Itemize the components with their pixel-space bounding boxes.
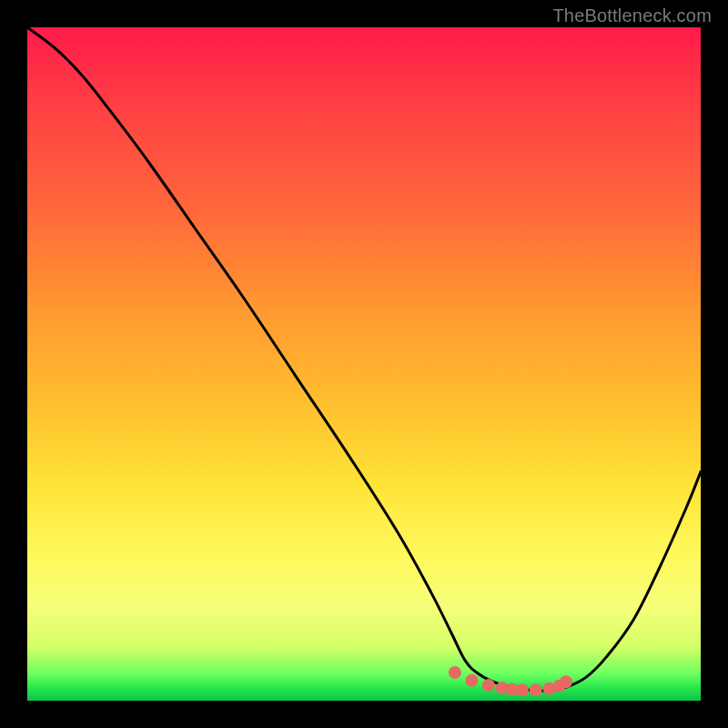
sweet-spot-point: [530, 683, 542, 696]
chart-svg: [27, 27, 701, 701]
sweet-spot-point: [560, 675, 572, 688]
sweet-spot-point: [482, 679, 495, 692]
chart-frame: TheBottleneck.com: [0, 0, 728, 728]
sweet-spot-markers: [449, 666, 572, 696]
sweet-spot-point: [465, 674, 478, 687]
watermark-text: TheBottleneck.com: [552, 5, 712, 26]
bottleneck-curve: [27, 27, 701, 691]
sweet-spot-point: [516, 683, 529, 696]
plot-area: [27, 27, 701, 701]
sweet-spot-point: [449, 666, 461, 679]
